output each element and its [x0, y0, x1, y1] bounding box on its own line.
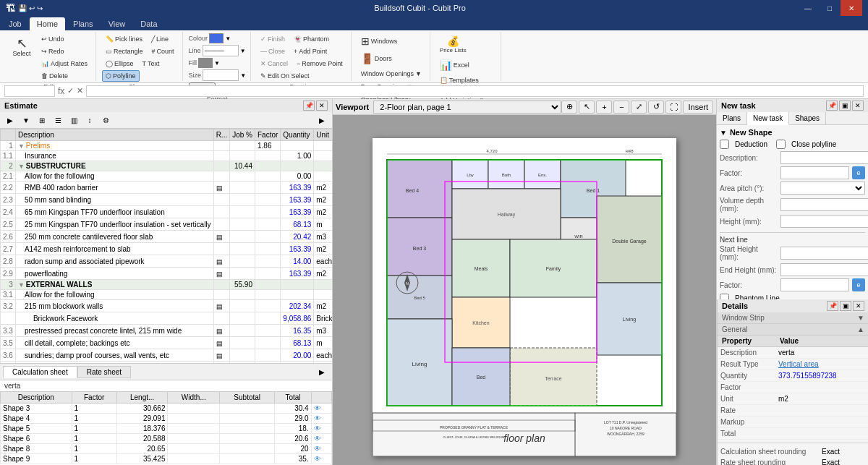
excel-btn[interactable]: 📊Excel	[436, 57, 473, 73]
new-task-pin-btn[interactable]: 📌	[826, 101, 838, 111]
fill-dropdown-icon[interactable]: ▼	[214, 60, 220, 67]
row-desc[interactable]: 215 mm blockwork walls	[15, 300, 213, 312]
check-formula-icon[interactable]: ✓	[67, 86, 74, 95]
vp-target-btn[interactable]: ⊕	[561, 101, 577, 114]
row-desc[interactable]: ▼SUBSTRUCTURE	[15, 161, 213, 171]
vp-cursor-btn[interactable]: ↖	[579, 101, 595, 114]
tab-plans[interactable]: Plans	[717, 112, 747, 124]
est-filter-btn[interactable]: ▥	[67, 114, 81, 127]
table-row[interactable]: 2.5 25 mm Kingspan TF70 underfloor insul…	[1, 218, 333, 231]
colour-dropdown-icon[interactable]: ▼	[225, 35, 231, 42]
row-desc[interactable]: sundries; damp proof courses, wall vents…	[15, 349, 213, 362]
est-options-btn[interactable]: ⚙	[98, 114, 113, 127]
rectangle-btn[interactable]: ▭Rectangle	[102, 46, 147, 57]
row-desc[interactable]: powerfloating	[15, 268, 213, 280]
row-desc[interactable]: cill detail, complete; backings etc	[15, 337, 213, 349]
table-row[interactable]: 1 ▼Prelims 1.86 4,503.63	[1, 141, 333, 151]
ellipse-btn[interactable]: ◯Ellipse	[102, 58, 137, 69]
row-desc[interactable]: RMB 400 radon barrier	[15, 182, 213, 194]
row-desc[interactable]: 50 mm sand blinding	[15, 194, 213, 206]
expand-icon[interactable]: ▼	[18, 281, 25, 289]
est-sort-btn[interactable]: ↕	[82, 114, 97, 127]
area-pitch-select[interactable]	[780, 182, 865, 195]
table-row[interactable]: Brickwork Facework 9,058.86 Bricks 0.50 …	[1, 312, 333, 325]
est-expand2-btn[interactable]: ▶	[315, 114, 329, 127]
row-desc[interactable]: Brickwork Facework	[15, 312, 213, 325]
list-item[interactable]: Shape 8 1 20.65 20 👁	[1, 444, 332, 454]
count-btn[interactable]: #Count	[148, 46, 178, 57]
formula-input[interactable]: verta	[86, 85, 864, 97]
tab-plans[interactable]: Plans	[66, 17, 101, 30]
line-input[interactable]	[203, 45, 239, 56]
table-row[interactable]: 3.2 215 mm blockwork walls ▤ 202.34 m2 6…	[1, 300, 333, 312]
pick-lines-btn[interactable]: 📏Pick lines	[102, 33, 146, 45]
close-btn[interactable]: ✕	[841, 0, 862, 16]
table-row[interactable]: 2.2 RMB 400 radon barrier ▤ 163.39 m2 70…	[1, 182, 333, 194]
factor2-input[interactable]: 1	[780, 278, 849, 291]
row-desc[interactable]: 65 mm Kingspan TF70 underfloor insulatio…	[15, 206, 213, 218]
undo-icon-title[interactable]: ↩	[29, 4, 35, 12]
doors-btn[interactable]: 🚪Doors	[357, 51, 396, 67]
estimate-table-container[interactable]: Description R... Job % Factor Quantity U…	[0, 129, 332, 363]
redo-btn[interactable]: ↪Redo	[38, 46, 91, 57]
tab-job[interactable]: Job	[1, 17, 29, 30]
remove-point-btn[interactable]: −Remove Point	[293, 58, 346, 69]
undo-btn[interactable]: ↩Undo	[38, 33, 91, 45]
details-pin-btn[interactable]: 📌	[827, 301, 838, 311]
edit-on-select-btn[interactable]: ✎Edit On Select	[257, 70, 313, 82]
est-grid-btn[interactable]: ⊞	[35, 114, 49, 127]
new-task-expand-btn[interactable]: ▣	[839, 101, 851, 111]
select-btn[interactable]: ↖ Select	[7, 33, 36, 61]
row-desc[interactable]: A142 mesh reinforcement to slab	[15, 243, 213, 255]
volume-depth-input[interactable]: 125	[780, 198, 868, 211]
list-item[interactable]: Shape 6 1 20.588 20.6 👁	[1, 434, 332, 444]
row-desc[interactable]: prestressed precast concrete lintel, 215…	[15, 325, 213, 337]
table-row[interactable]: 3.3 prestressed precast concrete lintel,…	[1, 325, 333, 337]
cancel-btn-ribbon[interactable]: ✕Cancel	[257, 58, 292, 69]
text-btn[interactable]: TText	[139, 58, 163, 69]
factor-input[interactable]: 1	[780, 166, 849, 179]
start-height-input[interactable]: 2,700	[780, 247, 868, 260]
est-list-btn[interactable]: ☰	[51, 114, 65, 127]
add-point-btn[interactable]: +Add Point	[290, 46, 331, 57]
size-input[interactable]	[203, 69, 239, 81]
row-desc[interactable]: Insurance	[15, 151, 213, 161]
row-desc[interactable]: ▼EXTERNAL WALLS	[15, 280, 213, 290]
tab-view[interactable]: View	[101, 17, 133, 30]
estimate-pin-btn[interactable]: 📌	[303, 101, 315, 111]
est-expand-btn[interactable]: ▶	[3, 114, 17, 127]
cell-ref-input[interactable]: CB105.Des	[4, 85, 55, 97]
table-row[interactable]: 1.1 Insurance 1.00 4,503.63	[1, 151, 333, 161]
tab-new-task[interactable]: New task	[747, 112, 789, 125]
height-input[interactable]: 2,700	[780, 215, 868, 228]
table-row[interactable]: 2 ▼SUBSTRUCTURE 10.44 25,228.48 ●	[1, 161, 333, 171]
close-polyline-checkbox[interactable]	[776, 140, 786, 149]
details-expand-btn[interactable]: ▣	[840, 301, 851, 311]
table-row[interactable]: 2.9 powerfloating ▤ 163.39 m2 36.00 5,88…	[1, 268, 333, 280]
vp-zoom-out-btn[interactable]: −	[613, 101, 629, 114]
minimize-btn[interactable]: —	[797, 0, 819, 16]
viewport-plan-select[interactable]: 2-Floor plan, page 1	[373, 101, 561, 114]
finish-btn[interactable]: ✓Finish	[257, 33, 289, 45]
tab-home[interactable]: Home	[30, 17, 65, 30]
description-input[interactable]: Shape 20	[780, 151, 868, 164]
end-height-input[interactable]: 2,700	[780, 263, 868, 276]
price-lists-btn[interactable]: 💰 Price Lists	[436, 33, 470, 56]
estimate-close-btn[interactable]: ✕	[316, 101, 328, 111]
table-row[interactable]: 3 ▼EXTERNAL WALLS 55.90 135,073.56	[1, 280, 333, 290]
drawing-canvas[interactable]: Bed 4 Lby Bath Ens. Bed 1 Dou	[333, 115, 716, 465]
row-desc[interactable]: Allow for the following	[15, 171, 213, 182]
table-row[interactable]: 2.3 50 mm sand blinding 163.39 m2 8.00 1…	[1, 194, 333, 206]
window-openings-dropdown[interactable]: Window Openings▼	[357, 68, 425, 80]
table-row[interactable]: 3.6 sundries; damp proof courses, wall v…	[1, 349, 333, 362]
tab-data[interactable]: Data	[133, 17, 164, 30]
list-item[interactable]: Shape 5 1 18.376 18. 👁	[1, 424, 332, 434]
row-desc[interactable]: radon sump and associated pipework	[15, 255, 213, 268]
table-row[interactable]: 3.1 Allow for the following	[1, 290, 333, 300]
redo-icon-title[interactable]: ↪	[37, 4, 43, 12]
row-desc[interactable]: 25 mm Kingspan TF70 underfloor insulatio…	[15, 218, 213, 231]
tab-shapes[interactable]: Shapes	[789, 112, 826, 124]
polyline-btn[interactable]: ⬡Polyline	[102, 70, 140, 82]
size-dropdown-icon[interactable]: ▼	[240, 72, 246, 79]
insert-btn[interactable]: Insert	[683, 101, 713, 114]
